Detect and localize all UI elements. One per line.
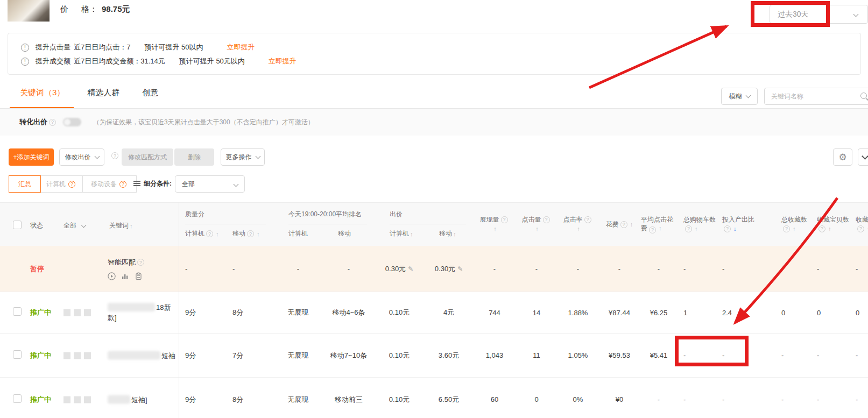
edit-bid-button[interactable]: 修改出价 bbox=[59, 148, 104, 166]
tab-keywords[interactable]: 关键词（3） bbox=[20, 88, 65, 98]
keyword-search-input[interactable] bbox=[771, 88, 857, 104]
bid-cell-pc[interactable]: 0.10元 bbox=[375, 378, 424, 418]
status-filter-dropdown[interactable]: 全部 bbox=[63, 221, 86, 230]
table-cell: 14 bbox=[516, 292, 558, 333]
play-circle-icon[interactable] bbox=[108, 272, 116, 280]
help-icon: ? bbox=[206, 230, 213, 237]
col-header-fav-items[interactable]: 收藏宝贝数 ?↑ bbox=[810, 203, 851, 246]
boost-now-link[interactable]: 立即提升 bbox=[227, 42, 255, 52]
status-badge: 推广中 bbox=[30, 351, 51, 360]
edit-pencil-icon[interactable]: ✎ bbox=[408, 265, 413, 273]
redacted-icons bbox=[63, 396, 94, 403]
row-checkbox[interactable] bbox=[13, 394, 22, 403]
help-icon: ? bbox=[857, 225, 864, 232]
table-header: 状态 全部 关键词↑ 质量分 计算机?↑ 移动?↑ 今天19:00-20: bbox=[0, 202, 868, 246]
bid-cell-pc[interactable]: 0.10元 bbox=[375, 292, 424, 333]
help-icon[interactable]: ? bbox=[137, 259, 144, 266]
select-all-checkbox[interactable] bbox=[13, 221, 22, 229]
col-header-quality-pc[interactable]: 计算机?↑ bbox=[179, 229, 226, 238]
sort-asc-icon: ↑ bbox=[493, 224, 497, 233]
col-group-bid: 出价 计算机↑ 移动↑ bbox=[375, 203, 474, 246]
bid-cell-mobile[interactable]: 3.60元 bbox=[424, 334, 474, 377]
table-row: 推广中 短袖 9分 7分 无展现 移动7~10条 0.10元 3.60元 1,0… bbox=[0, 334, 868, 378]
row-checkbox[interactable] bbox=[13, 307, 22, 316]
chevron-down-icon bbox=[234, 182, 239, 187]
product-thumbnail[interactable] bbox=[8, 0, 50, 22]
tab-creative[interactable]: 创意 bbox=[142, 88, 158, 98]
table-cell: 0% bbox=[558, 378, 598, 418]
table-cell: - bbox=[775, 378, 810, 418]
table-cell: 移动4~6条 bbox=[323, 292, 375, 333]
edit-pencil-icon[interactable]: ✎ bbox=[457, 265, 463, 273]
keyword-cell[interactable]: 短袖] bbox=[108, 394, 147, 405]
bid-cell-mobile[interactable]: 4元 bbox=[424, 292, 474, 333]
table-cell: - bbox=[323, 246, 375, 292]
table-cell: - bbox=[677, 246, 716, 292]
status-badge: 推广中 bbox=[30, 395, 51, 405]
col-header-bid-pc[interactable]: 计算机↑ bbox=[375, 229, 424, 238]
table-cell: - bbox=[179, 246, 226, 292]
redacted-icons bbox=[63, 352, 94, 359]
table-cell: 9分 bbox=[179, 334, 226, 377]
delete-button[interactable]: 删除 bbox=[174, 148, 214, 166]
bid-cell-pc[interactable]: 0.30元✎ bbox=[375, 246, 424, 292]
table-cell: - bbox=[775, 246, 810, 292]
help-icon: ? bbox=[649, 226, 656, 233]
help-icon[interactable]: ? bbox=[49, 119, 56, 126]
bid-cell-pc[interactable]: 0.10元 bbox=[375, 334, 424, 377]
table-cell: 8分 bbox=[226, 292, 273, 333]
table-cell: - bbox=[677, 334, 716, 377]
download-button[interactable] bbox=[858, 148, 868, 166]
bid-cell-mobile[interactable]: 6.50元 bbox=[424, 378, 474, 418]
clipboard-icon[interactable] bbox=[135, 272, 143, 280]
col-header-cart[interactable]: 总购物车数 ?↑ bbox=[677, 203, 716, 246]
sort-asc-icon: ↑ bbox=[410, 231, 413, 237]
table-cell: - bbox=[598, 246, 640, 292]
device-tab-summary[interactable]: 汇总 bbox=[9, 175, 41, 193]
col-header-fav[interactable]: 总收藏数 ?↑ bbox=[775, 203, 810, 246]
fuzzy-match-select[interactable]: 模糊 bbox=[721, 88, 758, 105]
table-cell: 2.4 bbox=[716, 292, 775, 333]
device-tab-pc[interactable]: 计算机? bbox=[41, 175, 83, 193]
row-checkbox[interactable] bbox=[13, 350, 22, 359]
table-cell: 744 bbox=[474, 292, 516, 333]
col-header-avg-cost[interactable]: 平均点击花费?↑ bbox=[640, 203, 677, 246]
help-icon: ? bbox=[501, 216, 508, 223]
more-actions-button[interactable]: 更多操作 bbox=[221, 148, 265, 166]
col-header-ctr[interactable]: 点击率? ↑ bbox=[558, 203, 598, 246]
date-range-select[interactable]: 过去30天 bbox=[770, 5, 868, 24]
table-cell: - bbox=[716, 378, 775, 418]
alert-forecast: 预计可提升 50以内 bbox=[144, 42, 203, 52]
column-settings-button[interactable]: ⚙ bbox=[833, 148, 852, 166]
chevron-down-icon bbox=[745, 93, 751, 98]
search-icon[interactable] bbox=[860, 93, 867, 99]
bid-cell-mobile[interactable]: 0.30元✎ bbox=[424, 246, 474, 292]
download-icon bbox=[862, 153, 868, 160]
table-cell: ¥6.25 bbox=[640, 292, 677, 333]
col-header-roi[interactable]: 投入产出比 ?↓ bbox=[716, 203, 775, 246]
add-keyword-button[interactable]: +添加关键词 bbox=[9, 148, 54, 166]
col-header-keyword[interactable]: 关键词↑ bbox=[109, 221, 133, 230]
table-cell: 无展现 bbox=[273, 292, 323, 333]
boost-now-link[interactable]: 立即提升 bbox=[269, 56, 297, 66]
conversion-bid-toggle[interactable] bbox=[63, 118, 81, 126]
alert-title: 提升点击量 bbox=[36, 42, 70, 52]
tab-audience[interactable]: 精选人群 bbox=[87, 88, 119, 98]
device-tab-mobile[interactable]: 移动设备? bbox=[83, 175, 137, 193]
col-header-clicks[interactable]: 点击量? ↑ bbox=[516, 203, 558, 246]
table-cell: 1.05% bbox=[558, 334, 598, 377]
col-header-quality-mobile[interactable]: 移动?↑ bbox=[226, 229, 273, 238]
table-cell: - bbox=[851, 246, 868, 292]
keyword-cell[interactable]: 18新款] bbox=[108, 302, 179, 323]
table-cell: - bbox=[516, 246, 558, 292]
bar-chart-icon[interactable] bbox=[121, 272, 129, 280]
table-cell: 0 bbox=[775, 292, 810, 333]
keyword-cell[interactable]: 短袖 bbox=[108, 350, 175, 360]
col-header-impressions[interactable]: 展现量? ↑ bbox=[474, 203, 516, 246]
col-header-fav-cut[interactable]: 收藏 ?↑ bbox=[851, 203, 868, 246]
segment-filter-select[interactable]: 全部 bbox=[175, 175, 245, 193]
help-icon[interactable]: ? bbox=[111, 152, 118, 159]
col-header-cost[interactable]: 花费?↑ bbox=[598, 203, 640, 246]
edit-match-type-button[interactable]: 修改匹配方式 bbox=[122, 148, 173, 166]
col-header-bid-mobile[interactable]: 移动↑ bbox=[424, 229, 474, 238]
